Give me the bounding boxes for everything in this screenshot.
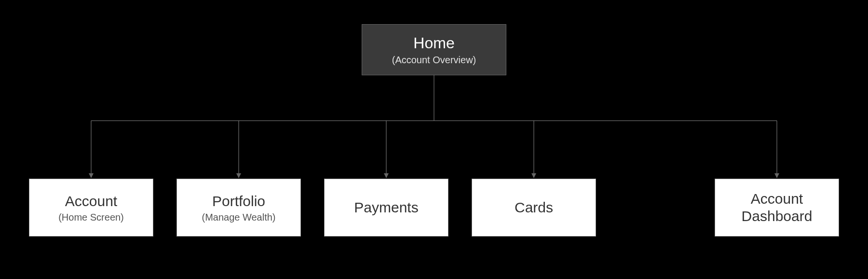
node-account-dashboard: Account Dashboard [715,179,839,237]
node-home-title: Home [413,34,454,52]
node-account-subtitle: (Home Screen) [58,212,124,223]
node-account: Account (Home Screen) [29,179,153,237]
node-portfolio-title: Portfolio [212,193,265,210]
node-account-dashboard-title: Account Dashboard [715,190,839,225]
node-cards: Cards [472,179,596,237]
node-payments: Payments [324,179,448,237]
node-home-subtitle: (Account Overview) [392,55,476,66]
node-portfolio: Portfolio (Manage Wealth) [176,179,301,237]
node-portfolio-subtitle: (Manage Wealth) [202,212,275,223]
node-payments-title: Payments [354,199,418,216]
node-account-title: Account [65,193,117,210]
node-home: Home (Account Overview) [362,24,506,75]
node-cards-title: Cards [515,199,553,216]
